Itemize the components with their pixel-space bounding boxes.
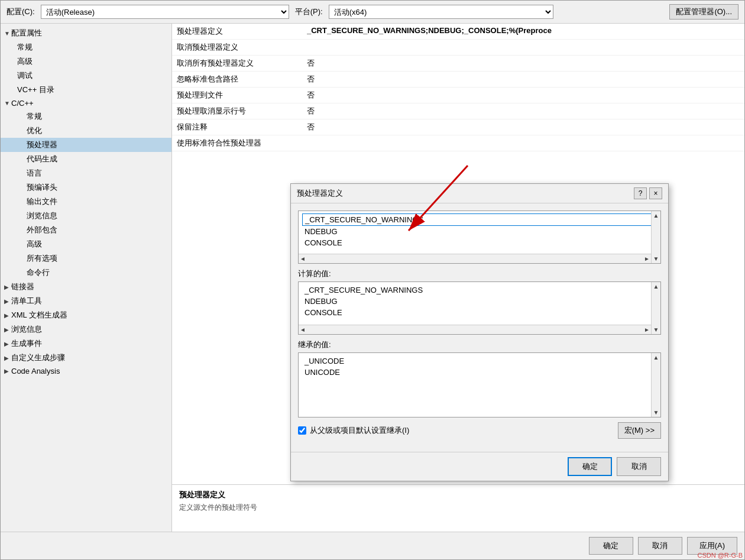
inherit-checkbox[interactable]: [298, 426, 306, 435]
inherited-scroll-down[interactable]: ▼: [653, 409, 659, 416]
description-area: 预处理器定义 定义源文件的预处理符号: [172, 484, 744, 532]
code-analysis-label: Code Analysis: [11, 367, 60, 376]
list-box-inherited-inner: _UNICODE UNICODE: [299, 353, 660, 380]
prop-label-3: 忽略标准包含路径: [172, 72, 302, 88]
inherited-scrollbar[interactable]: ▲ ▼: [651, 353, 660, 417]
ok-button[interactable]: 确定: [589, 537, 633, 555]
macro-button[interactable]: 宏(M) >>: [618, 422, 661, 439]
bottom-buttons: 确定 取消 应用(A): [1, 532, 744, 559]
props-row-3: 忽略标准包含路径否: [172, 72, 744, 88]
prop-label-6: 保留注释: [172, 119, 302, 135]
tree-general[interactable]: 常规: [1, 40, 171, 54]
inherited-item-1: UNICODE: [302, 367, 657, 378]
tree-cpp-cmdline[interactable]: 命令行: [1, 266, 171, 280]
props-table: 预处理器定义_CRT_SECURE_NO_WARNINGS;NDEBUG;_CO…: [172, 24, 744, 151]
props-row-0: 预处理器定义_CRT_SECURE_NO_WARNINGS;NDEBUG;_CO…: [172, 24, 744, 40]
platform-label: 平台(P):: [295, 7, 323, 17]
computed-h-right[interactable]: ►: [644, 326, 650, 333]
tree-config-properties[interactable]: 配置属性: [1, 26, 171, 40]
config-select[interactable]: 活动(Release): [41, 5, 289, 19]
triangle-custom-build: [4, 355, 11, 361]
tree-advanced[interactable]: 高级: [1, 54, 171, 69]
h-scroll-right[interactable]: ►: [644, 255, 650, 262]
top-bar: 配置(C): 活动(Release) 平台(P): 活动(x64) 配置管理器(…: [1, 1, 744, 24]
tree-cpp-optimize[interactable]: 优化: [1, 124, 171, 138]
computed-h-left[interactable]: ◄: [300, 326, 306, 333]
computed-item-1: NDEBUG: [302, 296, 657, 307]
computed-h-scrollbar[interactable]: ◄ ►: [299, 325, 651, 334]
list-box-inner: _CRT_SECURE_NO_WARNINGS NDEBUG CONSOLE: [299, 211, 660, 251]
triangle-build-events: [4, 341, 11, 347]
list-item-2[interactable]: CONSOLE: [302, 237, 657, 248]
tree-code-analysis-group[interactable]: Code Analysis: [1, 365, 171, 377]
tree-manifest-group[interactable]: 清单工具: [1, 294, 171, 308]
tree-debug[interactable]: 调试: [1, 69, 171, 83]
computed-scroll-up[interactable]: ▲: [653, 283, 659, 290]
list-scrollbar[interactable]: ▲ ▼: [651, 211, 660, 263]
tree-vc-dir[interactable]: VC++ 目录: [1, 83, 171, 97]
triangle-browse: [4, 326, 11, 333]
list-box-computed[interactable]: _CRT_SECURE_NO_WARNINGS NDEBUG CONSOLE ▲…: [298, 281, 661, 335]
prop-value-2: 否: [302, 56, 744, 72]
sub-ok-button[interactable]: 确定: [568, 457, 612, 476]
sub-cancel-button[interactable]: 取消: [617, 457, 661, 476]
browse-group-label: 浏览信息: [11, 324, 42, 335]
computed-item-2: CONSOLE: [302, 307, 657, 318]
tree-cpp-pch[interactable]: 预编译头: [1, 180, 171, 195]
config-properties-label: 配置属性: [11, 28, 42, 38]
computed-scroll-down[interactable]: ▼: [653, 326, 659, 333]
list-item-1[interactable]: NDEBUG: [302, 226, 657, 237]
triangle-cpp: [4, 100, 11, 106]
sub-dialog-close-button[interactable]: ×: [649, 187, 662, 199]
prop-value-0[interactable]: _CRT_SECURE_NO_WARNINGS;NDEBUG;_CONSOLE;…: [302, 24, 744, 40]
prop-value-6: 否: [302, 119, 744, 135]
props-row-2: 取消所有预处理器定义否: [172, 56, 744, 72]
tree-xml-group[interactable]: XML 文档生成器: [1, 308, 171, 322]
sub-dialog-controls: ? ×: [634, 187, 662, 199]
tree-browse-group[interactable]: 浏览信息: [1, 322, 171, 336]
sub-dialog-title: 预处理器定义: [297, 188, 343, 199]
computed-label: 计算的值:: [298, 268, 661, 279]
tree-cpp-external[interactable]: 外部包含: [1, 223, 171, 237]
config-manager-button[interactable]: 配置管理器(O)...: [669, 4, 738, 20]
props-row-7: 使用标准符合性预处理器: [172, 135, 744, 151]
prop-label-4: 预处理到文件: [172, 88, 302, 103]
tree-cpp-codegen[interactable]: 代码生成: [1, 152, 171, 166]
tree-cpp-preprocessor[interactable]: 预处理器: [1, 138, 171, 152]
list-box-inherited[interactable]: _UNICODE UNICODE ▲ ▼: [298, 352, 661, 417]
h-scroll-left[interactable]: ◄: [300, 255, 306, 262]
sub-dialog-help-button[interactable]: ?: [634, 187, 647, 199]
tree-cpp-allopts[interactable]: 所有选项: [1, 251, 171, 266]
inherited-item-0: _UNICODE: [302, 355, 657, 367]
scroll-down-arrow[interactable]: ▼: [653, 255, 659, 262]
prop-label-1: 取消预处理器定义: [172, 40, 302, 56]
apply-button[interactable]: 应用(A): [687, 537, 737, 555]
scroll-up-arrow[interactable]: ▲: [653, 212, 659, 219]
cancel-button[interactable]: 取消: [638, 537, 682, 555]
props-row-6: 保留注释否: [172, 119, 744, 135]
prop-label-2: 取消所有预处理器定义: [172, 56, 302, 72]
inherited-scroll-up[interactable]: ▲: [653, 354, 659, 361]
tree-linker-group[interactable]: 链接器: [1, 280, 171, 294]
tree-cpp-browse[interactable]: 浏览信息: [1, 209, 171, 223]
list-item-0[interactable]: _CRT_SECURE_NO_WARNINGS: [302, 213, 657, 226]
tree-cpp-general[interactable]: 常规: [1, 109, 171, 124]
tree-cpp-lang[interactable]: 语言: [1, 166, 171, 180]
main-dialog: 配置(C): 活动(Release) 平台(P): 活动(x64) 配置管理器(…: [0, 0, 745, 560]
tree-custom-build-group[interactable]: 自定义生成步骤: [1, 351, 171, 365]
tree-cpp-group[interactable]: C/C++: [1, 97, 171, 109]
inherit-checkbox-label: 从父级或项目默认设置继承(I): [310, 425, 409, 436]
tree-build-events-group[interactable]: 生成事件: [1, 336, 171, 351]
list-box-main[interactable]: _CRT_SECURE_NO_WARNINGS NDEBUG CONSOLE ▲…: [298, 211, 661, 264]
tree-cpp-output[interactable]: 输出文件: [1, 195, 171, 209]
h-scrollbar[interactable]: ◄ ►: [299, 254, 651, 263]
list-box-computed-inner: _CRT_SECURE_NO_WARNINGS NDEBUG CONSOLE: [299, 282, 660, 321]
props-row-4: 预处理到文件否: [172, 88, 744, 103]
sub-bottom-buttons: 确定 取消: [291, 452, 668, 481]
platform-select[interactable]: 活动(x64): [329, 5, 553, 19]
sub-dialog-content: _CRT_SECURE_NO_WARNINGS NDEBUG CONSOLE ▲…: [291, 203, 668, 452]
computed-scrollbar[interactable]: ▲ ▼: [651, 282, 660, 334]
config-label: 配置(C):: [7, 7, 35, 17]
build-events-label: 生成事件: [11, 338, 42, 349]
tree-cpp-advanced[interactable]: 高级: [1, 237, 171, 251]
